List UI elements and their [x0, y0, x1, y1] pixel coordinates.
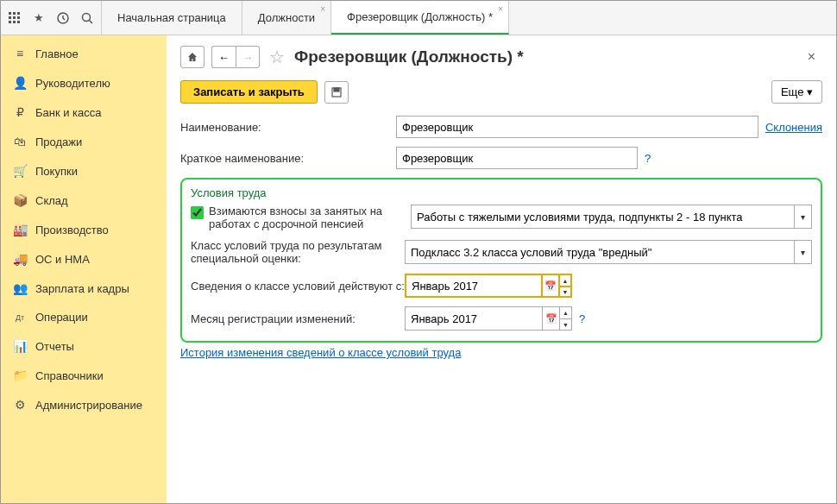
sidebar: ≡Главное 👤Руководителю ₽Банк и касса 🛍Пр…	[1, 35, 167, 503]
declensions-link[interactable]: Склонения	[765, 121, 822, 134]
sidebar-item-main[interactable]: ≡Главное	[1, 39, 167, 68]
short-name-label: Краткое наименование:	[180, 152, 396, 165]
chevron-up-icon[interactable]: ▲	[560, 274, 572, 286]
sidebar-item-operations[interactable]: ДтОперации	[1, 303, 167, 331]
sidebar-item-label: Покупки	[35, 165, 78, 178]
calendar-icon[interactable]: 📅	[543, 306, 560, 331]
sidebar-item-assets[interactable]: 🚚ОС и НМА	[1, 244, 167, 274]
short-name-input[interactable]	[396, 147, 638, 169]
back-button[interactable]: ←	[211, 46, 236, 68]
spinner[interactable]: ▲▼	[560, 274, 572, 298]
close-icon[interactable]: ×	[320, 4, 325, 14]
sidebar-item-admin[interactable]: ⚙Администрирование	[1, 390, 167, 419]
page-title: Фрезеровщик (Должность) *	[294, 47, 524, 66]
chart-icon: 📊	[13, 339, 27, 353]
content-area: ← → ☆ Фрезеровщик (Должность) * × Записа…	[167, 35, 836, 503]
class-label: Класс условий труда по результатам специ…	[191, 239, 405, 265]
top-toolbar: ★ Начальная страница Должности× Фрезеров…	[1, 1, 836, 35]
valid-from-label: Сведения о классе условий действуют с:	[191, 280, 405, 293]
svg-rect-4	[13, 16, 16, 19]
sidebar-item-label: Администрирование	[35, 399, 142, 412]
spinner[interactable]: ▲▼	[560, 306, 572, 331]
reg-month-label: Месяц регистрации изменений:	[191, 312, 405, 325]
apps-icon[interactable]	[8, 11, 22, 25]
save-button[interactable]	[324, 81, 349, 104]
valid-from-input[interactable]	[405, 274, 543, 298]
svg-rect-2	[17, 12, 20, 15]
chevron-up-icon[interactable]: ▲	[560, 306, 572, 318]
tab-label: Начальная страница	[117, 11, 226, 24]
section-title: Условия труда	[191, 186, 812, 199]
truck-icon: 🚚	[13, 252, 27, 266]
svg-rect-3	[9, 16, 11, 19]
class-select[interactable]	[405, 240, 795, 264]
name-input[interactable]	[396, 116, 758, 138]
sidebar-item-label: Склад	[35, 194, 68, 207]
box-icon: 📦	[13, 193, 27, 207]
tabs: Начальная страница Должности× Фрезеровщи…	[102, 1, 836, 35]
chevron-down-icon[interactable]: ▼	[560, 286, 572, 298]
name-label: Наименование:	[180, 121, 396, 134]
svg-rect-7	[13, 21, 16, 23]
menu-icon: ≡	[13, 47, 27, 60]
sidebar-item-label: Операции	[35, 311, 88, 324]
sidebar-item-warehouse[interactable]: 📦Склад	[1, 186, 167, 215]
home-button[interactable]	[180, 46, 205, 68]
debit-icon: Дт	[13, 313, 27, 322]
dropdown-icon[interactable]: ▾	[795, 240, 812, 264]
help-icon[interactable]: ?	[645, 152, 651, 165]
tab-positions[interactable]: Должности×	[242, 1, 331, 35]
help-icon[interactable]: ?	[579, 312, 585, 325]
sidebar-item-label: Справочники	[35, 369, 104, 382]
sidebar-item-bank[interactable]: ₽Банк и касса	[1, 98, 167, 127]
favorite-star-icon[interactable]: ☆	[267, 47, 287, 67]
reg-month-input[interactable]	[405, 306, 543, 331]
star-icon[interactable]: ★	[32, 11, 46, 25]
search-icon[interactable]	[80, 11, 94, 25]
svg-rect-6	[9, 21, 11, 23]
sidebar-item-reports[interactable]: 📊Отчеты	[1, 331, 167, 361]
bag-icon: 🛍	[13, 135, 27, 148]
sidebar-item-production[interactable]: 🏭Производство	[1, 215, 167, 244]
save-and-close-button[interactable]: Записать и закрыть	[180, 80, 318, 104]
ruble-icon: ₽	[13, 105, 27, 119]
more-button[interactable]: Еще ▾	[771, 80, 822, 104]
svg-rect-0	[9, 12, 11, 15]
close-button[interactable]: ×	[801, 46, 822, 68]
forward-button[interactable]: →	[236, 46, 260, 68]
tab-label: Фрезеровщик (Должность) *	[347, 10, 493, 23]
people-icon: 👥	[13, 281, 27, 295]
sidebar-item-label: Зарплата и кадры	[35, 282, 129, 295]
svg-rect-5	[17, 16, 20, 19]
chevron-down-icon[interactable]: ▼	[560, 318, 572, 331]
svg-rect-8	[17, 21, 20, 23]
sidebar-item-purchases[interactable]: 🛒Покупки	[1, 156, 167, 186]
sidebar-item-label: Отчеты	[35, 340, 74, 353]
dropdown-icon[interactable]: ▾	[795, 205, 812, 229]
factory-icon: 🏭	[13, 223, 27, 236]
user-icon: 👤	[13, 76, 27, 90]
toolbar-icons: ★	[1, 1, 102, 35]
svg-rect-1	[13, 12, 16, 15]
tab-home[interactable]: Начальная страница	[102, 1, 242, 35]
close-icon[interactable]: ×	[498, 4, 503, 14]
folder-icon: 📁	[13, 369, 27, 382]
sidebar-item-hr[interactable]: 👥Зарплата и кадры	[1, 274, 167, 303]
sidebar-item-manager[interactable]: 👤Руководителю	[1, 68, 167, 98]
svg-line-11	[90, 20, 93, 23]
tab-position-edit[interactable]: Фрезеровщик (Должность) *×	[331, 1, 509, 35]
calendar-icon[interactable]: 📅	[543, 274, 560, 298]
early-pension-checkbox[interactable]	[191, 206, 204, 219]
sidebar-item-label: Банк и касса	[35, 106, 102, 119]
svg-point-10	[83, 13, 91, 21]
sidebar-item-label: ОС и НМА	[35, 253, 90, 266]
sidebar-item-label: Производство	[35, 224, 109, 236]
svg-rect-13	[334, 88, 339, 91]
gear-icon: ⚙	[13, 398, 27, 412]
sidebar-item-catalogs[interactable]: 📁Справочники	[1, 361, 167, 390]
history-icon[interactable]	[56, 11, 70, 25]
work-type-select[interactable]	[411, 205, 795, 229]
sidebar-item-sales[interactable]: 🛍Продажи	[1, 127, 167, 156]
tab-label: Должности	[258, 11, 315, 24]
history-link[interactable]: История изменения сведений о классе усло…	[180, 346, 461, 359]
